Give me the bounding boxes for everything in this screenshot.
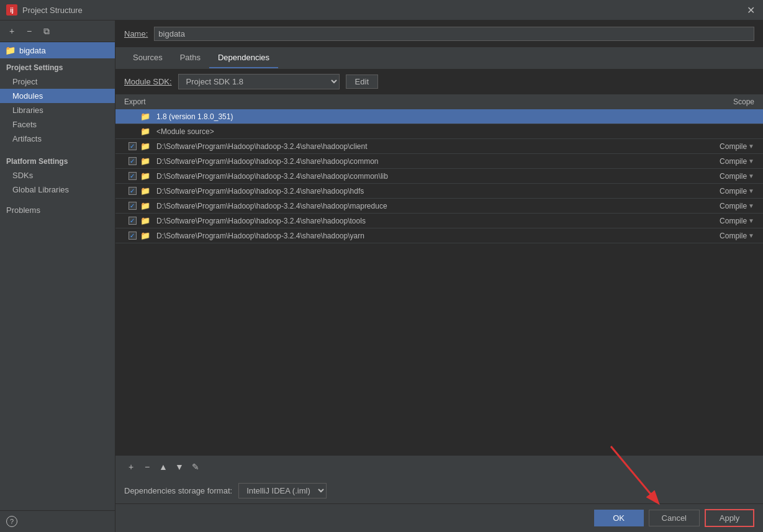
remove-module-button[interactable]: − [22, 24, 36, 38]
dependency-path: <Module source> [156, 127, 754, 136]
dependency-scope[interactable]: Compile▼ [698, 172, 754, 181]
table-row[interactable]: 📁D:\Software\Program\Hadoop\hadoop-3.2.4… [115, 139, 763, 154]
checkbox-icon[interactable] [129, 187, 137, 195]
sdk-select[interactable]: Project SDK 1.8 [178, 74, 340, 89]
project-settings-header: Project Settings [0, 58, 115, 74]
dependency-path: D:\Software\Program\Hadoop\hadoop-3.2.4\… [156, 217, 698, 225]
sidebar-item-artifacts[interactable]: Artifacts [0, 132, 115, 146]
checkbox-icon[interactable] [129, 157, 137, 165]
move-down-button[interactable]: ▼ [173, 460, 186, 474]
edit-dependency-button[interactable]: ✎ [189, 460, 202, 474]
checkbox-icon[interactable] [129, 172, 137, 180]
table-row[interactable]: 📁D:\Software\Program\Hadoop\hadoop-3.2.4… [115, 169, 763, 184]
scope-label: Compile [720, 172, 747, 181]
module-name: bigdata [19, 46, 46, 55]
edit-sdk-button[interactable]: Edit [346, 74, 378, 89]
cancel-button[interactable]: Cancel [649, 510, 700, 526]
sdk-label: Module SDK: [124, 77, 172, 86]
platform-settings-header: Platform Settings [0, 152, 115, 168]
scope-dropdown-icon[interactable]: ▼ [748, 202, 754, 209]
row-checkbox[interactable] [124, 217, 140, 225]
add-module-button[interactable]: + [5, 24, 19, 38]
sidebar-item-facets[interactable]: Facets [0, 117, 115, 132]
dependency-path: 1.8 (version 1.8.0_351) [156, 112, 754, 121]
sdk-row: Module SDK: Project SDK 1.8 Edit [115, 69, 763, 95]
row-checkbox[interactable] [124, 172, 140, 180]
module-item-bigdata[interactable]: 📁 bigdata [0, 42, 115, 58]
row-checkbox[interactable] [124, 142, 140, 150]
add-dependency-button[interactable]: + [124, 460, 138, 474]
storage-format-select[interactable]: IntelliJ IDEA (.iml) [238, 483, 327, 498]
tab-dependencies[interactable]: Dependencies [209, 48, 278, 68]
dependency-scope[interactable]: Compile▼ [698, 187, 754, 196]
folder-icon: 📁 [140, 171, 153, 181]
module-folder-icon: 📁 [5, 45, 16, 55]
footer-row: OK Cancel Apply [115, 503, 763, 532]
folder-icon: 📁 [140, 201, 153, 210]
help-button[interactable]: ? [6, 516, 17, 527]
dependency-scope[interactable]: Compile▼ [698, 202, 754, 210]
scope-dropdown-icon[interactable]: ▼ [748, 158, 754, 165]
scope-label: Compile [720, 217, 747, 225]
sidebar-item-modules[interactable]: Modules [0, 89, 115, 103]
folder-icon: 📁 [140, 127, 153, 136]
table-row[interactable]: 📁D:\Software\Program\Hadoop\hadoop-3.2.4… [115, 214, 763, 228]
table-row[interactable]: 📁D:\Software\Program\Hadoop\hadoop-3.2.4… [115, 228, 763, 243]
folder-icon: 📁 [140, 231, 153, 240]
close-button[interactable]: ✕ [744, 4, 757, 16]
dependency-scope[interactable]: Compile▼ [698, 142, 754, 151]
scope-label: Compile [720, 202, 747, 210]
remove-dependency-button[interactable]: − [140, 460, 154, 474]
folder-icon: 📁 [140, 216, 153, 225]
name-input[interactable] [154, 27, 754, 41]
row-checkbox[interactable] [124, 157, 140, 165]
sidebar-item-project[interactable]: Project [0, 74, 115, 89]
dependencies-table[interactable]: 📁1.8 (version 1.8.0_351)📁<Module source>… [115, 109, 763, 456]
scope-label: Compile [720, 187, 747, 196]
copy-module-button[interactable]: ⧉ [40, 24, 53, 38]
table-row[interactable]: 📁1.8 (version 1.8.0_351) [115, 109, 763, 124]
name-row: Name: [115, 20, 763, 48]
ok-button[interactable]: OK [594, 510, 644, 526]
dependency-path: D:\Software\Program\Hadoop\hadoop-3.2.4\… [156, 142, 698, 151]
sidebar-item-sdks[interactable]: SDKs [0, 168, 115, 183]
table-row[interactable]: 📁<Module source> [115, 124, 763, 139]
table-row[interactable]: 📁D:\Software\Program\Hadoop\hadoop-3.2.4… [115, 184, 763, 199]
table-header: Export Scope [115, 95, 763, 109]
dependency-path: D:\Software\Program\Hadoop\hadoop-3.2.4\… [156, 187, 698, 196]
dependency-path: D:\Software\Program\Hadoop\hadoop-3.2.4\… [156, 172, 698, 181]
scope-label: Compile [720, 157, 747, 166]
row-checkbox[interactable] [124, 202, 140, 210]
table-row[interactable]: 📁D:\Software\Program\Hadoop\hadoop-3.2.4… [115, 199, 763, 214]
dependency-scope[interactable]: Compile▼ [698, 157, 754, 166]
checkbox-icon[interactable] [129, 232, 137, 240]
row-checkbox[interactable] [124, 187, 140, 195]
scope-dropdown-icon[interactable]: ▼ [748, 217, 754, 224]
sidebar-item-problems[interactable]: Problems [0, 203, 115, 217]
folder-icon: 📁 [140, 112, 153, 121]
folder-icon: 📁 [140, 142, 153, 151]
sidebar-item-libraries[interactable]: Libraries [0, 103, 115, 117]
tab-sources[interactable]: Sources [124, 48, 171, 68]
dependency-scope[interactable]: Compile▼ [698, 217, 754, 225]
checkbox-icon[interactable] [129, 142, 137, 150]
table-row[interactable]: 📁D:\Software\Program\Hadoop\hadoop-3.2.4… [115, 154, 763, 169]
sidebar-toolbar: + − ⧉ [0, 20, 115, 42]
storage-format-row: Dependencies storage format: IntelliJ ID… [115, 477, 763, 503]
checkbox-icon[interactable] [129, 217, 137, 225]
sidebar-item-global-libraries[interactable]: Global Libraries [0, 183, 115, 197]
col-scope-label: Scope [733, 97, 754, 106]
scope-dropdown-icon[interactable]: ▼ [748, 173, 754, 179]
checkbox-icon[interactable] [129, 202, 137, 210]
apply-button[interactable]: Apply [705, 509, 754, 527]
dependency-path: D:\Software\Program\Hadoop\hadoop-3.2.4\… [156, 157, 698, 166]
move-up-button[interactable]: ▲ [156, 460, 170, 474]
tab-paths[interactable]: Paths [171, 48, 209, 68]
scope-dropdown-icon[interactable]: ▼ [748, 143, 754, 150]
dependency-scope[interactable]: Compile▼ [698, 232, 754, 240]
title-bar: ij Project Structure ✕ [0, 0, 763, 20]
bottom-toolbar: + − ▲ ▼ ✎ [115, 456, 763, 477]
row-checkbox[interactable] [124, 232, 140, 240]
scope-dropdown-icon[interactable]: ▼ [748, 187, 754, 194]
scope-dropdown-icon[interactable]: ▼ [748, 232, 754, 239]
